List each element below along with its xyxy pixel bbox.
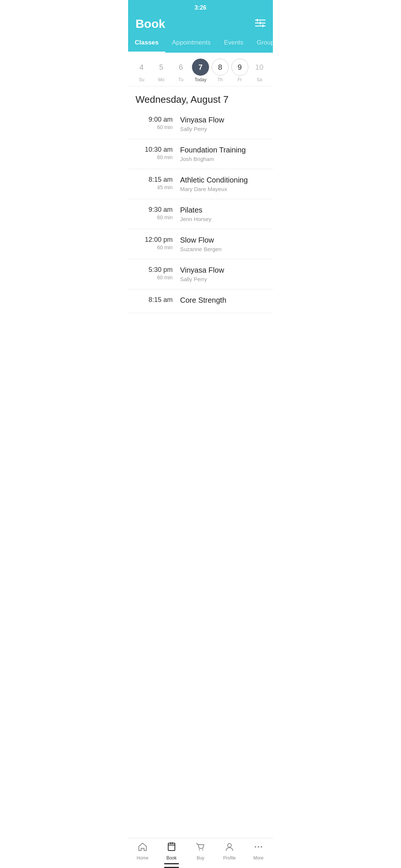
date-label-10: Sa xyxy=(257,77,262,82)
status-bar: 3:26 xyxy=(128,0,273,13)
class-item-1[interactable]: 10:30 am 60 min Foundation Training Josh… xyxy=(128,139,273,169)
class-item-2[interactable]: 8:15 am 45 min Athletic Conditioning Mar… xyxy=(128,169,273,199)
tab-appointments[interactable]: Appointments xyxy=(165,36,217,53)
date-number-8: 8 xyxy=(212,59,229,76)
date-item-6[interactable]: 6 Tu xyxy=(171,59,190,82)
class-time-5: 5:30 pm 60 min xyxy=(136,266,180,280)
date-number-4: 4 xyxy=(133,59,150,76)
date-label-7: Today xyxy=(195,77,206,82)
date-label-6: Tu xyxy=(178,77,183,82)
date-number-5: 5 xyxy=(153,59,170,76)
class-info-6: Core Strength xyxy=(180,296,265,306)
date-picker: 4 Su 5 Mo 6 Tu 7 Today 8 Th 9 Fr 10 Sa xyxy=(128,53,273,86)
status-time: 3:26 xyxy=(195,4,206,11)
date-item-9[interactable]: 9 Fr xyxy=(230,59,250,82)
class-item-3[interactable]: 9:30 am 60 min Pilates Jenn Horsey xyxy=(128,199,273,229)
header-title: Book xyxy=(136,17,165,31)
tab-classes[interactable]: Classes xyxy=(128,36,165,53)
date-number-6: 6 xyxy=(172,59,189,76)
class-item-5[interactable]: 5:30 pm 60 min Vinyasa Flow Sally Perry xyxy=(128,259,273,289)
date-number-7: 7 xyxy=(192,59,209,76)
class-info-1: Foundation Training Josh Brigham xyxy=(180,146,265,162)
tab-group-enrollment[interactable]: Group Enro... xyxy=(250,36,273,53)
class-item-6[interactable]: 8:15 am Core Strength xyxy=(128,289,273,313)
class-time-2: 8:15 am 45 min xyxy=(136,176,180,190)
class-time-6: 8:15 am xyxy=(136,296,180,305)
date-item-8[interactable]: 8 Th xyxy=(211,59,230,82)
filter-icon[interactable] xyxy=(255,19,265,29)
class-item-0[interactable]: 9:00 am 60 min Vinyasa Flow Sally Perry xyxy=(128,109,273,139)
date-item-5[interactable]: 5 Mo xyxy=(151,59,171,82)
tab-bar: Classes Appointments Events Group Enro..… xyxy=(128,31,273,53)
class-list: 9:00 am 60 min Vinyasa Flow Sally Perry … xyxy=(128,109,273,343)
date-label-4: Su xyxy=(139,77,144,82)
class-info-3: Pilates Jenn Horsey xyxy=(180,206,265,222)
class-time-0: 9:00 am 60 min xyxy=(136,116,180,130)
date-label-5: Mo xyxy=(158,77,164,82)
class-time-4: 12:00 pm 60 min xyxy=(136,236,180,250)
header: Book xyxy=(128,13,273,31)
class-info-4: Slow Flow Suzanne Bergen xyxy=(180,236,265,252)
class-info-0: Vinyasa Flow Sally Perry xyxy=(180,116,265,132)
date-label-8: Th xyxy=(218,77,223,82)
date-number-9: 9 xyxy=(231,59,248,76)
date-item-10[interactable]: 10 Sa xyxy=(250,59,269,82)
class-info-2: Athletic Conditioning Mary Dare Mayeux xyxy=(180,176,265,192)
tab-events[interactable]: Events xyxy=(217,36,250,53)
date-number-10: 10 xyxy=(251,59,268,76)
date-item-4[interactable]: 4 Su xyxy=(132,59,151,82)
class-info-5: Vinyasa Flow Sally Perry xyxy=(180,266,265,282)
class-time-1: 10:30 am 60 min xyxy=(136,146,180,160)
class-time-3: 9:30 am 60 min xyxy=(136,206,180,220)
class-item-4[interactable]: 12:00 pm 60 min Slow Flow Suzanne Bergen xyxy=(128,229,273,259)
date-label-9: Fr xyxy=(238,77,242,82)
date-heading: Wednesday, August 7 xyxy=(128,86,273,109)
date-item-7[interactable]: 7 Today xyxy=(191,59,210,82)
